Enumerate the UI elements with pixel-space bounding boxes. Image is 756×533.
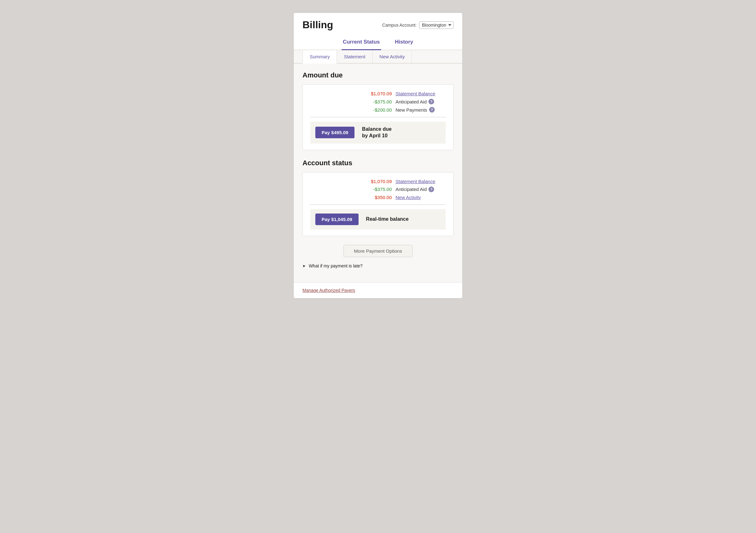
account-status-row-3: $350.00 New Activity [310,195,446,200]
amount-due-new-payments-label: New Payments ? [395,107,446,113]
amount-due-title: Amount due [303,71,453,79]
realtime-balance-text: Real-time balance [366,216,409,223]
amount-due-card: $1,070.09 Statement Balance -$375.00 Ant… [303,84,453,150]
new-payments-help-icon[interactable]: ? [429,107,435,113]
amount-due-statement-amount: $1,070.09 [364,91,392,96]
footer-section: Manage Authorized Payers [294,282,462,298]
campus-account-row: Campus Account: Bloomington [382,21,453,29]
account-status-row-2: -$375.00 Anticipated Aid ? [310,186,446,192]
amount-due-row-3: -$200.00 New Payments ? [310,107,446,113]
balance-due-text: Balance due by April 10 [362,126,392,139]
more-payment-options-button[interactable]: More Payment Options [343,245,412,257]
amount-due-divider [310,117,446,117]
amount-due-anticipated-aid-amount: -$375.00 [364,99,392,104]
anticipated-aid-help-icon-2[interactable]: ? [428,186,434,192]
pay-495-button[interactable]: Pay $495.09 [315,127,355,138]
statement-balance-link-1[interactable]: Statement Balance [395,91,435,96]
account-status-new-activity-label: New Activity [395,195,446,200]
account-status-anticipated-aid-amount: -$375.00 [364,186,392,192]
account-status-divider [310,205,446,205]
account-status-pay-row: Pay $1,045.09 Real-time balance [310,209,446,230]
more-options-row: More Payment Options [303,245,453,257]
tab-history[interactable]: History [394,36,415,49]
amount-due-statement-label: Statement Balance [395,91,446,96]
page-title: Billing [303,19,333,31]
page-header: Billing Campus Account: Bloomington [294,13,462,31]
account-status-card: $1,070.09 Statement Balance -$375.00 Ant… [303,172,453,236]
tab-current-status[interactable]: Current Status [342,36,381,49]
account-status-anticipated-aid-label: Anticipated Aid ? [395,186,446,192]
sub-tabs: Summary Statement New Activity [294,50,462,64]
subtab-new-activity[interactable]: New Activity [372,50,412,63]
account-status-statement-label: Statement Balance [395,179,446,184]
new-activity-link[interactable]: New Activity [395,195,421,200]
triangle-icon: ► [303,264,306,268]
main-content: Amount due $1,070.09 Statement Balance -… [294,64,462,282]
amount-due-new-payments-amount: -$200.00 [364,107,392,113]
amount-due-pay-row: Pay $495.09 Balance due by April 10 [310,122,446,144]
amount-due-anticipated-aid-label: Anticipated Aid ? [395,99,446,104]
subtab-statement[interactable]: Statement [337,50,372,63]
amount-due-row-1: $1,070.09 Statement Balance [310,91,446,96]
campus-account-select[interactable]: Bloomington [419,21,453,29]
account-status-row-1: $1,070.09 Statement Balance [310,179,446,184]
late-payment-label: What if my payment is late? [309,263,363,268]
pay-1045-button[interactable]: Pay $1,045.09 [315,213,359,225]
campus-account-label: Campus Account: [382,23,417,28]
account-status-statement-amount: $1,070.09 [364,179,392,184]
anticipated-aid-help-icon-1[interactable]: ? [428,99,434,104]
amount-due-row-2: -$375.00 Anticipated Aid ? [310,99,446,104]
top-tabs: Current Status History [294,31,462,50]
subtab-summary[interactable]: Summary [303,50,337,64]
account-status-new-activity-amount: $350.00 [364,195,392,200]
billing-page: Billing Campus Account: Bloomington Curr… [293,13,463,298]
account-status-title: Account status [303,159,453,167]
manage-authorized-payers-link[interactable]: Manage Authorized Payers [303,288,355,293]
late-payment-accordion[interactable]: ► What if my payment is late? [303,263,453,268]
statement-balance-link-2[interactable]: Statement Balance [395,179,435,184]
